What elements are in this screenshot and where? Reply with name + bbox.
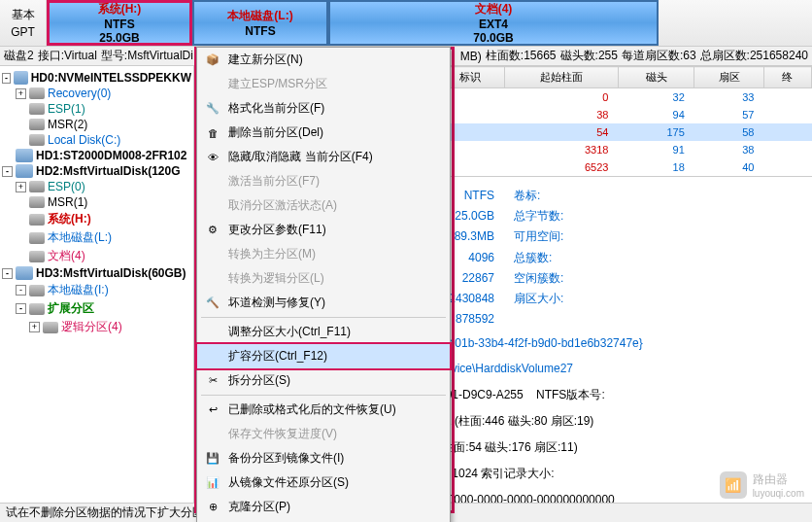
tree-item-8[interactable]: MSR(1) — [2, 194, 191, 210]
menu-item-20[interactable]: ⊕克隆分区(P) — [197, 495, 450, 519]
part-size: 25.0GB — [99, 31, 139, 45]
expand-icon[interactable]: + — [29, 322, 40, 332]
partition-box-1[interactable]: 本地磁盘(L:)NTFS — [192, 0, 328, 46]
partition-icon — [29, 232, 45, 244]
menu-item-19[interactable]: 📊从镜像文件还原分区(S) — [197, 470, 450, 495]
partition-box-2[interactable]: 文档(4)EXT470.0GB — [328, 0, 659, 46]
tree-item-5[interactable]: HD1:ST2000DM008-2FR102 — [2, 148, 191, 163]
expand-icon[interactable]: - — [2, 166, 13, 177]
part-fs: NTFS — [104, 17, 134, 31]
menu-icon: 👁 — [205, 150, 220, 165]
tree-item-0[interactable]: -HD0:NVMeINTELSSDPEKKW — [2, 70, 191, 86]
partition-icon — [29, 87, 45, 99]
tree-label: 本地磁盘(I:) — [48, 282, 109, 298]
context-menu[interactable]: 📦建立新分区(N)建立ESP/MSR分区🔧格式化当前分区(F)🗑删除当前分区(D… — [196, 47, 451, 522]
expand-icon[interactable]: - — [2, 268, 13, 279]
menu-item-18[interactable]: 💾备份分区到镜像文件(I) — [197, 446, 450, 470]
menu-item-9: 转换为逻辑分区(L) — [197, 266, 450, 291]
partition-strip: 系统(H:)NTFS25.0GB本地磁盘(L:)NTFS文档(4)EXT470.… — [47, 0, 812, 46]
col-header[interactable]: 磁头 — [618, 67, 694, 88]
tree-item-10[interactable]: 本地磁盘(L:) — [2, 228, 191, 247]
partition-icon — [29, 134, 45, 146]
expand-icon[interactable]: - — [16, 303, 26, 314]
menu-label: 扩容分区(Ctrl_F12) — [228, 348, 327, 365]
tree-item-12[interactable]: -HD3:MsftVirtualDisk(60GB) — [2, 265, 191, 281]
menu-item-10[interactable]: 🔨坏道检测与修复(Y) — [197, 291, 450, 315]
status-text: 试在不删除分区物据的情况下扩大分区 — [6, 505, 204, 521]
detail-label: 空闲簇数: — [514, 269, 563, 288]
menu-item-13[interactable]: 扩容分区(Ctrl_F12) — [195, 342, 452, 370]
expand-icon[interactable]: - — [16, 285, 26, 296]
menu-icon: 📦 — [205, 52, 220, 68]
menu-label: 格式化当前分区(F) — [228, 100, 324, 117]
menu-icon — [205, 325, 220, 340]
menu-label: 坏道检测与修复(Y) — [228, 295, 325, 311]
partition-icon — [29, 196, 45, 208]
disk-tree[interactable]: -HD0:NVMeINTELSSDPEKKW+Recovery(0)ESP(1)… — [0, 66, 194, 522]
tree-item-7[interactable]: +ESP(0) — [2, 179, 191, 194]
tree-item-13[interactable]: -本地磁盘(I:) — [2, 281, 191, 299]
col-header[interactable]: 终 — [763, 67, 811, 88]
detail-label — [514, 310, 563, 329]
mode-basic: 基本 — [12, 7, 35, 23]
partition-icon — [29, 285, 45, 296]
tree-item-3[interactable]: MSR(2) — [2, 117, 191, 132]
menu-icon — [205, 427, 220, 442]
menu-label: 取消分区激活状态(A) — [228, 197, 337, 214]
partition-box-0[interactable]: 系统(H:)NTFS25.0GB — [47, 0, 192, 46]
menu-item-6: 取消分区激活状态(A) — [197, 193, 450, 218]
menu-label: 调整分区大小(Ctrl_F11) — [228, 324, 351, 340]
col-header[interactable]: 起始柱面 — [505, 67, 618, 88]
tree-label: ESP(0) — [48, 180, 85, 193]
part-name: 文档(4) — [475, 1, 513, 17]
tree-item-14[interactable]: -扩展分区 — [2, 299, 191, 318]
menu-item-14[interactable]: ✂拆分分区(S) — [197, 368, 450, 393]
menu-item-3[interactable]: 🗑删除当前分区(Del) — [197, 121, 450, 145]
tree-item-1[interactable]: +Recovery(0) — [2, 86, 191, 101]
tree-label: HD1:ST2000DM008-2FR102 — [36, 149, 186, 162]
info-spt: 每道扇区数:63 — [622, 48, 696, 64]
menu-item-7[interactable]: ⚙更改分区参数(F11) — [197, 218, 450, 242]
menu-icon — [205, 349, 220, 365]
part-name: 本地磁盘(L:) — [227, 8, 292, 24]
detail-label: 可用空间: — [514, 227, 563, 246]
tree-label: 系统(H:) — [48, 211, 91, 227]
partition-icon — [29, 103, 45, 115]
col-header[interactable]: 扇区 — [694, 67, 764, 88]
mode-toggle[interactable]: 基本 GPT — [0, 0, 47, 46]
menu-item-12[interactable]: 调整分区大小(Ctrl_F11) — [197, 320, 450, 344]
tree-item-15[interactable]: +逻辑分区(4) — [2, 318, 191, 336]
info-model: 型号:MsftVirtualDi — [101, 48, 193, 64]
tree-item-11[interactable]: 文档(4) — [2, 247, 191, 265]
menu-label: 转换为主分区(M) — [228, 246, 316, 262]
tree-label: MSR(2) — [48, 118, 87, 131]
menu-label: 激活当前分区(F7) — [228, 173, 320, 190]
info-iface: 接口:Virtual — [38, 48, 97, 64]
menu-label: 隐藏/取消隐藏 当前分区(F4) — [228, 149, 373, 165]
partition-icon — [29, 303, 45, 315]
menu-icon: 🗑 — [205, 125, 220, 141]
disk-icon — [16, 149, 33, 162]
menu-item-4[interactable]: 👁隐藏/取消隐藏 当前分区(F4) — [197, 145, 450, 169]
menu-icon — [205, 198, 220, 214]
part-fs: EXT4 — [479, 17, 508, 31]
menu-item-1: 建立ESP/MSR分区 — [197, 72, 450, 96]
expand-icon[interactable]: - — [2, 73, 11, 84]
tree-item-6[interactable]: -HD2:MsftVirtualDisk(120G — [2, 163, 191, 179]
menu-item-0[interactable]: 📦建立新分区(N) — [197, 48, 450, 72]
menu-item-2[interactable]: 🔧格式化当前分区(F) — [197, 96, 450, 121]
menu-item-16[interactable]: ↩已删除或格式化后的文件恢复(U) — [197, 398, 450, 422]
router-icon: 📶 — [720, 471, 747, 499]
tree-label: 扩展分区 — [48, 300, 94, 317]
tree-item-2[interactable]: ESP(1) — [2, 101, 191, 117]
tree-item-4[interactable]: Local Disk(C:) — [2, 132, 191, 148]
menu-separator — [201, 317, 446, 318]
menu-icon: 🔧 — [205, 101, 220, 117]
expand-icon[interactable]: + — [16, 88, 26, 99]
expand-icon[interactable]: + — [16, 182, 26, 192]
tree-label: ESP(1) — [48, 102, 85, 116]
menu-label: 拆分分区(S) — [228, 372, 290, 389]
menu-label: 转换为逻辑分区(L) — [228, 270, 324, 287]
tree-item-9[interactable]: 系统(H:) — [2, 210, 191, 228]
menu-label: 保存文件恢复进度(V) — [228, 426, 337, 442]
